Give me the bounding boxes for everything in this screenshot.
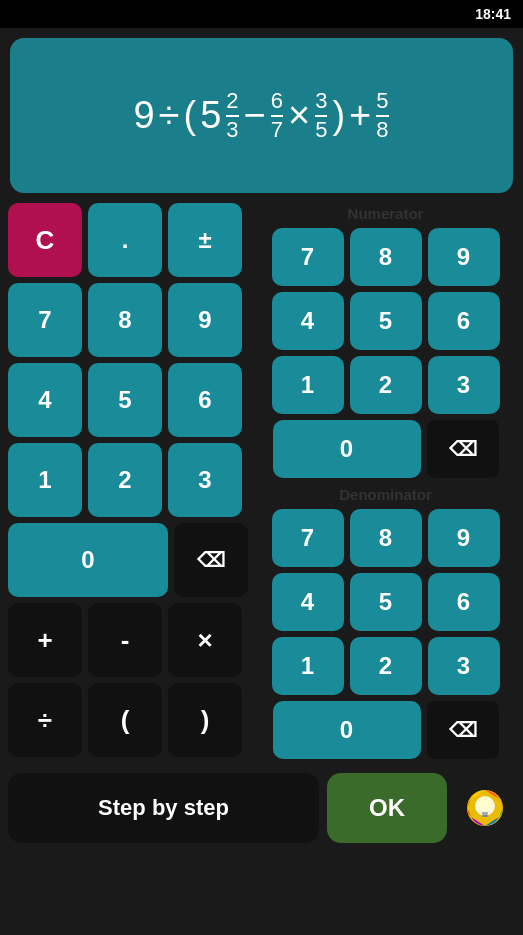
multiply-button[interactable]: × (168, 603, 242, 677)
key-5-left[interactable]: 5 (88, 363, 162, 437)
left-row-1: C . ± (8, 203, 248, 277)
num-key-0[interactable]: 0 (273, 420, 421, 478)
den-row-3: 1 2 3 (256, 637, 515, 695)
bulb-icon (463, 786, 507, 830)
denominator-label: Denominator (256, 486, 515, 503)
open-paren-button[interactable]: ( (88, 683, 162, 757)
backspace-left-button[interactable]: ⌫ (174, 523, 248, 597)
den-key-0[interactable]: 0 (273, 701, 421, 759)
num-key-7[interactable]: 7 (272, 228, 344, 286)
step-by-step-button[interactable]: Step by step (8, 773, 319, 843)
svg-rect-3 (482, 812, 488, 815)
ok-button[interactable]: OK (327, 773, 447, 843)
den-key-6[interactable]: 6 (428, 573, 500, 631)
bulb-button[interactable] (455, 773, 515, 843)
divide-button[interactable]: ÷ (8, 683, 82, 757)
main-content: C . ± 7 8 9 4 5 6 1 2 3 0 ⌫ (0, 203, 523, 759)
minus-button[interactable]: - (88, 603, 162, 677)
den-key-2[interactable]: 2 (350, 637, 422, 695)
num-row-4: 0 ⌫ (256, 420, 515, 478)
svg-rect-4 (482, 815, 488, 817)
left-keypad: C . ± 7 8 9 4 5 6 1 2 3 0 ⌫ (8, 203, 248, 759)
key-9-left[interactable]: 9 (168, 283, 242, 357)
num-key-6[interactable]: 6 (428, 292, 500, 350)
key-3-left[interactable]: 3 (168, 443, 242, 517)
num-row-1: 7 8 9 (256, 228, 515, 286)
den-key-3[interactable]: 3 (428, 637, 500, 695)
num-key-1[interactable]: 1 (272, 356, 344, 414)
backspace-left-icon: ⌫ (197, 548, 225, 572)
calculator-display: 9 ÷ ( 5 2 3 − 6 7 × 3 5 ) + 5 8 (10, 38, 513, 193)
dot-button[interactable]: . (88, 203, 162, 277)
left-row-4: 1 2 3 (8, 443, 248, 517)
backspace-den-icon: ⌫ (449, 718, 477, 742)
left-row-3: 4 5 6 (8, 363, 248, 437)
num-row-2: 4 5 6 (256, 292, 515, 350)
close-paren-button[interactable]: ) (168, 683, 242, 757)
backspace-num-icon: ⌫ (449, 437, 477, 461)
num-key-5[interactable]: 5 (350, 292, 422, 350)
key-2-left[interactable]: 2 (88, 443, 162, 517)
den-key-7[interactable]: 7 (272, 509, 344, 567)
plus-button[interactable]: + (8, 603, 82, 677)
den-key-5[interactable]: 5 (350, 573, 422, 631)
left-row-5: 0 ⌫ (8, 523, 248, 597)
den-key-9[interactable]: 9 (428, 509, 500, 567)
den-key-8[interactable]: 8 (350, 509, 422, 567)
key-6-left[interactable]: 6 (168, 363, 242, 437)
num-key-9[interactable]: 9 (428, 228, 500, 286)
key-8-left[interactable]: 8 (88, 283, 162, 357)
plusminus-button[interactable]: ± (168, 203, 242, 277)
key-4-left[interactable]: 4 (8, 363, 82, 437)
key-1-left[interactable]: 1 (8, 443, 82, 517)
den-row-2: 4 5 6 (256, 573, 515, 631)
left-row-6: + - × (8, 603, 248, 677)
key-7-left[interactable]: 7 (8, 283, 82, 357)
expression: 9 ÷ ( 5 2 3 − 6 7 × 3 5 ) + 5 8 (133, 89, 389, 141)
status-bar: 18:41 (0, 0, 523, 28)
time: 18:41 (475, 6, 511, 22)
clear-button[interactable]: C (8, 203, 82, 277)
numerator-label: Numerator (256, 205, 515, 222)
right-keypad: Numerator 7 8 9 4 5 6 1 2 3 0 ⌫ Denomina… (256, 203, 515, 759)
num-key-4[interactable]: 4 (272, 292, 344, 350)
num-row-3: 1 2 3 (256, 356, 515, 414)
left-row-2: 7 8 9 (8, 283, 248, 357)
den-key-4[interactable]: 4 (272, 573, 344, 631)
den-row-1: 7 8 9 (256, 509, 515, 567)
bottom-bar: Step by step OK (0, 765, 523, 843)
left-row-7: ÷ ( ) (8, 683, 248, 757)
key-0-left[interactable]: 0 (8, 523, 168, 597)
den-key-1[interactable]: 1 (272, 637, 344, 695)
num-key-3[interactable]: 3 (428, 356, 500, 414)
backspace-num-button[interactable]: ⌫ (427, 420, 499, 478)
den-row-4: 0 ⌫ (256, 701, 515, 759)
svg-point-2 (479, 797, 491, 811)
backspace-den-button[interactable]: ⌫ (427, 701, 499, 759)
num-key-8[interactable]: 8 (350, 228, 422, 286)
num-key-2[interactable]: 2 (350, 356, 422, 414)
